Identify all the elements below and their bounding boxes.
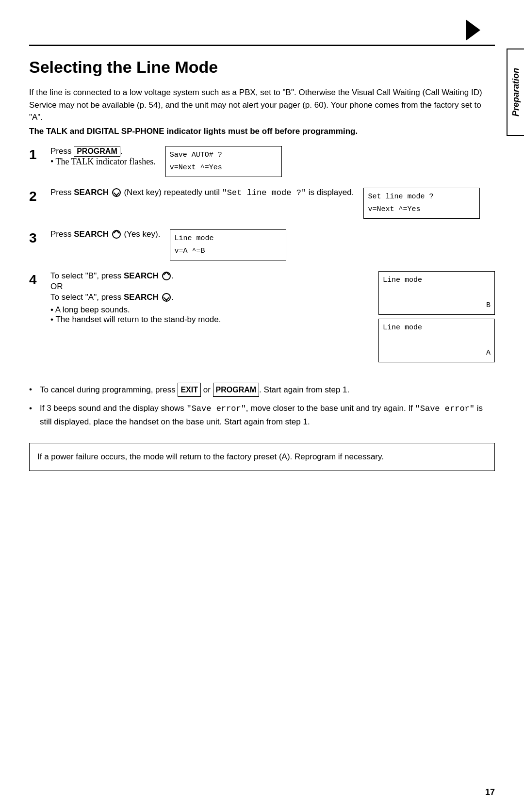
step-1-pair: 1 Press PROGRAM. • The TALK indicator fl… xyxy=(29,146,282,177)
info-box: If a power failure occurs, the mode will… xyxy=(29,443,495,471)
program-key-1: PROGRAM xyxy=(74,146,120,157)
step-4-bullet-1: • A long beep sounds. xyxy=(50,305,369,315)
top-arrow-area xyxy=(29,19,495,41)
steps-area: 1 Press PROGRAM. • The TALK indicator fl… xyxy=(29,146,495,368)
step-1-content: Press PROGRAM. • The TALK indicator flas… xyxy=(50,146,156,177)
step-4-or: OR xyxy=(50,282,369,292)
next-arrow-icon xyxy=(466,19,480,41)
step-2-row: 2 Press SEARCH (Next key) repeatedly unt… xyxy=(29,188,495,219)
step-4-number: 4 xyxy=(29,271,50,362)
step-2-display: Set line mode ? v=Next ^=Yes xyxy=(363,188,480,219)
note-1-text: To cancel during programming, press EXIT… xyxy=(40,383,495,397)
step-3-row: 3 Press SEARCH (Yes key). Line mode v=A … xyxy=(29,229,495,260)
step-2-number: 2 xyxy=(29,188,50,219)
yes-key-label: Yes key xyxy=(127,229,155,239)
search-down-icon-4a xyxy=(162,293,171,302)
step-2-lcd: Set line mode ? v=Next ^=Yes xyxy=(363,188,480,219)
note-2: • If 3 beeps sound and the display shows… xyxy=(29,402,495,428)
step-4-bullet-2: • The handset will return to the stand-b… xyxy=(50,315,369,325)
step-3-pair: 3 Press SEARCH (Yes key). Line mode v=A … xyxy=(29,229,286,260)
step-4-pair: 4 To select "B", press SEARCH . OR To se… xyxy=(29,271,495,362)
page-title: Selecting the Line Mode xyxy=(29,58,495,77)
program-key-note: PROGRAM xyxy=(213,383,260,397)
top-rule xyxy=(29,45,495,46)
step-3-display: Line mode v=A ^=B xyxy=(170,229,286,260)
step-4-main-a: To select "A", press SEARCH . xyxy=(50,292,369,302)
intro-paragraph: If the line is connected to a low voltag… xyxy=(29,86,495,124)
search-up-icon-4b xyxy=(162,272,171,280)
step-4-content: To select "B", press SEARCH . OR To sele… xyxy=(50,271,369,362)
search-label-4b: SEARCH xyxy=(124,271,159,280)
side-tab-label: Preparation xyxy=(511,68,521,116)
step-1-number: 1 xyxy=(29,146,50,177)
intro-bold: The TALK and DIGITAL SP-PHONE indicator … xyxy=(29,127,495,136)
step-1-display: Save AUTO# ? v=Next ^=Yes xyxy=(165,146,282,177)
step-4-row: 4 To select "B", press SEARCH . OR To se… xyxy=(29,271,495,362)
search-label-2: SEARCH xyxy=(74,188,109,197)
page-container: Preparation Selecting the Line Mode If t… xyxy=(0,0,524,812)
search-label-4a: SEARCH xyxy=(124,292,159,302)
step-1-main: Press PROGRAM. xyxy=(50,146,156,157)
search-down-icon-2 xyxy=(112,188,121,197)
step-2-pair: 2 Press SEARCH (Next key) repeatedly unt… xyxy=(29,188,480,219)
step-2-content: Press SEARCH (Next key) repeatedly until… xyxy=(50,188,354,219)
step-1-lcd: Save AUTO# ? v=Next ^=Yes xyxy=(165,146,282,177)
side-tab-preparation: Preparation xyxy=(507,49,524,136)
step-1-row: 1 Press PROGRAM. • The TALK indicator fl… xyxy=(29,146,495,177)
step-3-lcd: Line mode v=A ^=B xyxy=(170,229,286,260)
step-3-number: 3 xyxy=(29,229,50,260)
step-4-displays: Line mode B Line mode A xyxy=(378,271,495,362)
notes-section: • To cancel during programming, press EX… xyxy=(29,383,495,429)
step-4-lcd-b: Line mode B xyxy=(378,271,495,315)
info-box-text: If a power failure occurs, the mode will… xyxy=(37,452,384,461)
page-number: 17 xyxy=(485,787,495,797)
step-1-bullet-1: • The TALK indicator flashes. xyxy=(50,157,156,167)
exit-key-note: EXIT xyxy=(178,383,201,397)
step-4-main-b: To select "B", press SEARCH . xyxy=(50,271,369,281)
search-label-3: SEARCH xyxy=(74,229,109,239)
search-up-icon-3 xyxy=(112,230,121,239)
note-1: • To cancel during programming, press EX… xyxy=(29,383,495,397)
next-key-label: Next key xyxy=(127,188,159,197)
note-2-text: If 3 beeps sound and the display shows "… xyxy=(40,402,495,428)
step-4-lcd-a: Line mode A xyxy=(378,319,495,362)
step-3-content: Press SEARCH (Yes key). xyxy=(50,229,160,260)
